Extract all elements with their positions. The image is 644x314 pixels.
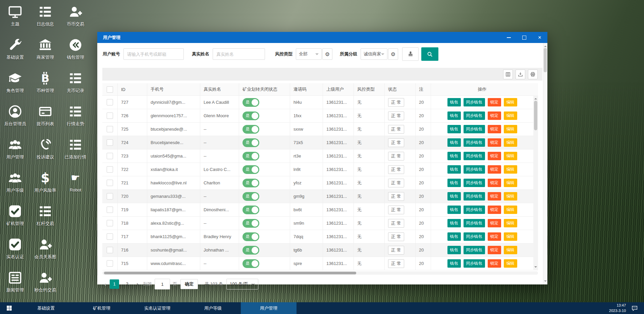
scrollbar-thumb[interactable] [104,272,356,274]
mining-transfer-toggle[interactable]: 是 [243,165,259,174]
row-checkbox[interactable] [107,153,113,159]
wallet-button[interactable]: 钱包 [447,179,461,187]
desktop-icon[interactable]: 提币列表 [30,100,60,133]
taskbar-clock[interactable]: 13:47 2023-3-10 [609,303,626,313]
realname-input[interactable] [213,48,265,60]
mining-transfer-toggle[interactable]: 是 [243,152,259,161]
mining-transfer-toggle[interactable]: 是 [243,219,259,228]
edit-button[interactable]: 编辑 [504,219,517,227]
lock-button[interactable]: 锁定 [488,179,501,187]
wallet-button[interactable]: 钱包 [447,152,461,160]
confirm-button[interactable]: 确定 [180,279,198,289]
risk-gear-button[interactable]: ⚙ [322,48,332,60]
window-scrollbar[interactable] [543,43,547,284]
minimize-button[interactable] [501,32,517,43]
lock-button[interactable]: 锁定 [488,259,501,268]
desktop-icon[interactable]: 日志信息 [30,0,60,33]
taskbar-item[interactable]: 用户管理 [241,302,297,314]
lock-button[interactable]: 锁定 [488,165,501,174]
wallet-button[interactable]: 钱包 [447,206,461,214]
desktop-icon[interactable]: 主题 [0,0,30,33]
risk-type-select[interactable]: 全部 [296,48,322,60]
page-button[interactable]: 2 [122,279,132,289]
taskbar-item[interactable]: 矿机管理 [74,302,129,314]
mining-transfer-toggle[interactable]: 是 [243,192,259,201]
desktop-icon[interactable]: 基础设置 [0,33,30,66]
lock-button[interactable]: 锁定 [488,125,501,133]
scrollbar-thumb[interactable] [544,48,547,72]
desktop-icon[interactable]: 秒合约交易 [30,266,60,299]
row-checkbox[interactable] [107,99,113,105]
row-checkbox[interactable] [107,180,113,186]
edit-button[interactable]: 编辑 [504,206,517,214]
window-titlebar[interactable]: 用户管理 × [97,32,547,43]
lock-button[interactable]: 锁定 [488,232,501,241]
page-size-select[interactable]: 100 条/页 [226,279,258,289]
row-checkbox[interactable] [107,233,113,240]
sync-wallet-button[interactable]: 同步钱包 [464,152,485,160]
scroll-up-arrow-icon[interactable] [544,44,547,47]
edit-button[interactable]: 编辑 [504,192,517,200]
sync-wallet-button[interactable]: 同步钱包 [464,165,485,174]
mining-transfer-toggle[interactable]: 是 [243,246,259,255]
mining-transfer-toggle[interactable]: 是 [243,138,259,147]
row-checkbox[interactable] [107,207,113,213]
scroll-up-arrow-icon[interactable] [534,97,537,99]
edit-button[interactable]: 编辑 [504,152,517,160]
mining-transfer-toggle[interactable]: 是 [243,111,259,120]
edit-button[interactable]: 编辑 [504,125,517,133]
lock-button[interactable]: 锁定 [488,192,501,200]
export-button[interactable] [516,70,525,79]
account-input[interactable] [123,48,184,60]
desktop-icon[interactable]: 会员关系图 [30,233,60,266]
lock-button[interactable]: 锁定 [488,219,501,227]
desktop-icon[interactable]: 充币记录 [60,66,91,100]
desktop-icon[interactable]: 钱包管理 [60,33,91,66]
desktop-icon[interactable]: 行情走势 [60,100,91,133]
sync-wallet-button[interactable]: 同步钱包 [464,206,485,214]
maximize-button[interactable] [517,32,532,43]
wallet-button[interactable]: 钱包 [447,98,461,106]
edit-button[interactable]: 编辑 [504,165,517,174]
wallet-button[interactable]: 钱包 [447,111,461,120]
next-page-button[interactable]: › [137,281,139,288]
desktop-icon[interactable]: 新闻管理 [0,266,30,299]
sync-wallet-button[interactable]: 同步钱包 [464,138,485,147]
desktop-icon[interactable]: 已添加行情 [60,133,91,166]
desktop-icon[interactable]: 用户风险率 [30,166,60,199]
mining-transfer-toggle[interactable]: 是 [243,259,259,268]
sync-wallet-button[interactable]: 同步钱包 [464,111,485,120]
taskbar-item[interactable]: 基础设置 [18,302,74,314]
row-checkbox[interactable] [107,139,113,146]
print-button[interactable] [528,70,538,79]
table-horizontal-scrollbar[interactable] [102,271,538,275]
desktop-icon[interactable]: 杠杆交易 [30,199,60,233]
scroll-down-arrow-icon[interactable] [544,280,547,283]
edit-button[interactable]: 编辑 [504,111,517,120]
page-button[interactable]: 1 [110,279,119,289]
search-button[interactable] [421,47,438,61]
wallet-button[interactable]: 钱包 [447,165,461,174]
wallet-button[interactable]: 钱包 [447,219,461,227]
mining-transfer-toggle[interactable]: 是 [243,179,259,187]
chat-icon[interactable] [631,305,638,312]
edit-button[interactable]: 编辑 [504,259,517,268]
close-button[interactable]: × [532,32,547,43]
mining-transfer-toggle[interactable]: 是 [243,125,259,134]
desktop-icon[interactable]: 角色管理 [0,66,30,100]
taskbar-item[interactable]: 用户等级 [185,302,241,314]
row-checkbox[interactable] [107,247,113,253]
desktop-icon[interactable]: 后台管理员 [0,100,30,133]
lock-button[interactable]: 锁定 [488,111,501,120]
start-button[interactable] [0,302,18,314]
wallet-button[interactable]: 钱包 [447,232,461,241]
scrollbar-thumb[interactable] [534,101,537,130]
mining-transfer-toggle[interactable]: 是 [243,232,259,241]
table-vertical-scrollbar[interactable] [533,95,538,270]
row-checkbox[interactable] [107,113,113,119]
row-checkbox[interactable] [107,260,113,267]
edit-button[interactable]: 编辑 [504,232,517,241]
edit-button[interactable]: 编辑 [504,246,517,254]
desktop-icon[interactable]: 用户等级 [0,166,30,199]
desktop-icon[interactable]: Robot [60,166,91,199]
